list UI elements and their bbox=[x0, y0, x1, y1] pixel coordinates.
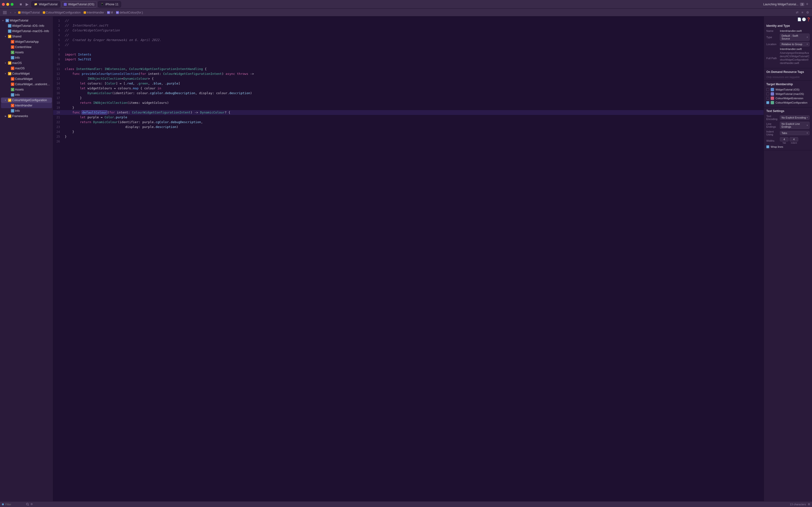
sidebar-item-ios-info[interactable]: i WidgetTutorial--iOS--Info bbox=[1, 23, 52, 29]
breadcrumb-method[interactable]: M M bbox=[107, 11, 113, 14]
line-content bbox=[63, 139, 764, 144]
code-line-12: 12 func provideColourOptionsCollection(f… bbox=[53, 71, 764, 76]
breadcrumb-function[interactable]: M defaultColour(for:) bbox=[116, 11, 143, 14]
line-content: // ColourWidgetConfiguration bbox=[63, 28, 764, 33]
breadcrumb-sep-2: › bbox=[82, 11, 83, 14]
sidebar-item-info-shared[interactable]: i Info bbox=[1, 55, 52, 60]
target-macos-checkbox[interactable] bbox=[766, 93, 769, 95]
text-encoding-dropdown[interactable]: No Explicit Encoding ▾ bbox=[780, 115, 810, 120]
code-line-4: 4 // bbox=[53, 33, 764, 38]
indent-width-label: Indent bbox=[791, 142, 797, 144]
code-editor[interactable]: 1 // 2 // IntentHandler.swift 3 // Colou… bbox=[53, 16, 764, 501]
filter-settings-button[interactable]: ⚙ bbox=[31, 503, 33, 506]
folder-icon bbox=[43, 11, 45, 14]
breadcrumb-folder-label: ColourWidgetConfiguration bbox=[46, 11, 81, 14]
location-dropdown[interactable]: Relative to Group ▾ bbox=[780, 42, 810, 46]
related-files-button[interactable]: ⇄ bbox=[795, 10, 800, 15]
sidebar-item-shared[interactable]: ▾ 📁 Shared bbox=[1, 34, 52, 39]
type-dropdown[interactable]: Default - Swift Source ▾ bbox=[780, 34, 810, 41]
sidebar-item-macos-folder[interactable]: ▾ 📁 macOS bbox=[1, 60, 52, 66]
on-demand-placeholder: Only resources are taggable bbox=[766, 75, 810, 78]
sidebar-item-assets-cw[interactable]: A Assets bbox=[1, 87, 52, 92]
layout-button[interactable]: ⊞ bbox=[808, 503, 810, 506]
sidebar-item-colourwidget[interactable]: ▾ 📁 ColourWidget bbox=[1, 71, 52, 76]
target-ios-checkbox[interactable] bbox=[766, 88, 769, 91]
tab-width-input[interactable] bbox=[780, 137, 789, 142]
back-button[interactable]: ‹ bbox=[9, 10, 12, 15]
window-controls bbox=[2, 3, 13, 6]
wrap-lines-checkbox[interactable] bbox=[766, 145, 769, 148]
tab-width-label: Tab bbox=[782, 142, 786, 144]
breadcrumb-method-label: M bbox=[111, 11, 113, 14]
indent-using-dropdown[interactable]: Tabs ▾ bbox=[780, 131, 810, 135]
filter-input[interactable] bbox=[5, 503, 24, 506]
line-number: 25 bbox=[53, 134, 63, 139]
line-number: 11 bbox=[53, 67, 63, 71]
line-endings-value: No Explicit Line Endings bbox=[781, 122, 807, 128]
chevron-icon: ▶ bbox=[5, 115, 7, 117]
location-value: Relative to Group bbox=[781, 43, 802, 46]
sidebar-item-cwconfig-folder[interactable]: ▾ 📁 ColourWidgetConfiguration bbox=[1, 98, 52, 103]
folder-shared-icon: 📁 bbox=[8, 35, 11, 38]
file-inspector-tab[interactable]: 📄 bbox=[797, 17, 801, 21]
run-button[interactable]: ▶ bbox=[24, 2, 30, 7]
breadcrumb-sep-3: › bbox=[105, 11, 106, 14]
add-tab-button[interactable]: + bbox=[804, 1, 810, 7]
ios-tab-label: WidgetTutorial (iOS) bbox=[68, 3, 94, 6]
history-inspector-tab[interactable]: 🕐 bbox=[802, 17, 806, 21]
type-label: Type bbox=[766, 36, 779, 39]
target-ext-label: ColourWidgetExtension bbox=[775, 97, 803, 100]
sidebar-item-intenthandler[interactable]: S IntentHandler bbox=[1, 103, 52, 108]
line-number: 18 bbox=[53, 101, 63, 105]
sidebar-item-assets-shared[interactable]: A Assets bbox=[1, 50, 52, 55]
sidebar-item-contentview[interactable]: S ContentView bbox=[1, 44, 52, 50]
device-tab[interactable]: 📱 iPhone 11 bbox=[98, 1, 121, 7]
forward-button[interactable]: › bbox=[13, 10, 16, 15]
method-icon: M bbox=[107, 11, 110, 14]
sidebar-item-colourwidget-intent[interactable]: S ColourWidget...urationIntent bbox=[1, 81, 52, 87]
sidebar-item-macos-info[interactable]: i WidgetTutorial--macOS--Info bbox=[1, 29, 52, 34]
sidebar-item-colourwidget-swift[interactable]: S ColourWidget bbox=[1, 76, 52, 81]
dropdown-arrow-icon: ▾ bbox=[807, 132, 808, 134]
sidebar-item-macos-swift[interactable]: S macOS bbox=[1, 66, 52, 71]
chevron-icon: ▾ bbox=[2, 19, 5, 22]
breadcrumb-project[interactable]: WidgetTutorial bbox=[18, 11, 40, 14]
width-fields: Tab Indent bbox=[780, 137, 810, 144]
maximize-button[interactable] bbox=[11, 3, 13, 6]
help-inspector-tab[interactable]: ❓ bbox=[806, 17, 811, 21]
sidebar-item-app[interactable]: S WidgetTutorialApp bbox=[1, 39, 52, 44]
sidebar-item-label: ContentView bbox=[15, 45, 50, 49]
indent-width-input[interactable] bbox=[790, 137, 798, 142]
sidebar-item-label: Shared bbox=[12, 35, 50, 38]
sidebar-toggle-button[interactable] bbox=[2, 11, 8, 14]
line-number: 13 bbox=[53, 76, 63, 81]
stop-button[interactable]: ■ bbox=[18, 2, 23, 7]
project-tab[interactable]: 📁 WidgetTutorial bbox=[32, 1, 60, 7]
close-button[interactable] bbox=[2, 3, 5, 6]
sidebar-item-frameworks[interactable]: ▶ 📁 Frameworks bbox=[1, 113, 52, 119]
sidebar-item-widgettutorial[interactable]: ▾ W WidgetTutorial bbox=[1, 18, 52, 23]
sidebar-item-label: ColourWidget...urationIntent bbox=[15, 82, 50, 86]
project-icon: W bbox=[6, 19, 9, 22]
target-membership-title: Target Membership bbox=[766, 82, 810, 86]
swift-icon: S bbox=[11, 82, 14, 86]
breadcrumb-handler[interactable]: IntentHandler bbox=[84, 11, 104, 14]
chevron-icon: ▾ bbox=[5, 72, 7, 75]
file-navigator: ▾ W WidgetTutorial i WidgetTutorial--iOS… bbox=[0, 16, 53, 501]
list-view-button[interactable]: ≡ bbox=[800, 10, 804, 15]
ios-tab[interactable]: WidgetTutorial (iOS) bbox=[61, 1, 97, 7]
target-ext-checkbox[interactable] bbox=[766, 97, 769, 100]
sidebar-item-info-cw[interactable]: i Info bbox=[1, 92, 52, 98]
toolbar: ‹ › WidgetTutorial › ColourWidgetConfigu… bbox=[0, 9, 812, 16]
target-membership-section: Target Membership WidgetTutorial (iOS) W… bbox=[764, 80, 812, 107]
code-line-3: 3 // ColourWidgetConfiguration bbox=[53, 28, 764, 33]
code-line-9: 9 import SwiftUI bbox=[53, 57, 764, 62]
ext-target-icon bbox=[771, 97, 774, 100]
target-cfg-checkbox[interactable] bbox=[766, 101, 769, 104]
minimize-button[interactable] bbox=[6, 3, 9, 6]
breadcrumb-folder[interactable]: ColourWidgetConfiguration bbox=[43, 11, 81, 14]
adjust-button[interactable]: ⚙ bbox=[805, 10, 810, 15]
line-endings-dropdown[interactable]: No Explicit Line Endings ▾ bbox=[780, 122, 810, 129]
sidebar-item-info-cwconfig[interactable]: i Info bbox=[1, 108, 52, 113]
line-content: let widgetColours = colours.map { colour… bbox=[63, 86, 764, 91]
